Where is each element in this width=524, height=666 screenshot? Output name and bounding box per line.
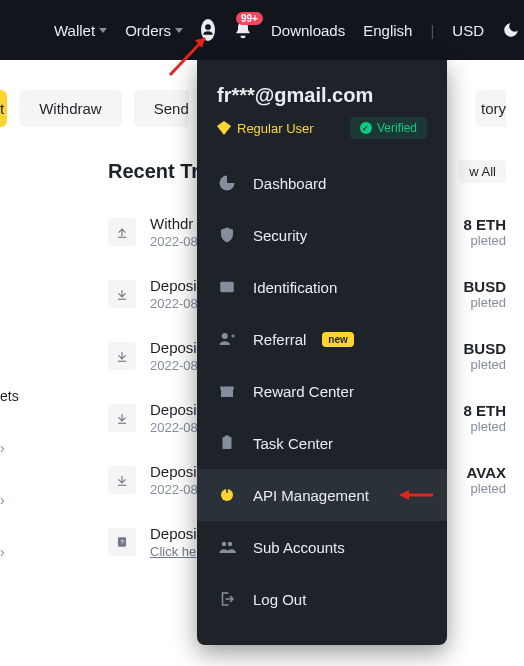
svg-point-5 [222, 333, 228, 339]
verified-badge: ✓ Verified [350, 117, 427, 139]
logout-icon [217, 589, 237, 609]
orders-label: Orders [125, 22, 171, 39]
tx-amount: 8 ETH [463, 402, 506, 419]
tx-amount: 8 ETH [463, 216, 506, 233]
menu-security[interactable]: Security [197, 209, 447, 261]
account-email: fr***@gmail.com [217, 84, 427, 107]
chevron-down-icon [175, 28, 183, 33]
menu-reward-center[interactable]: Reward Center [197, 365, 447, 417]
theme-toggle[interactable] [502, 21, 520, 39]
history-chip[interactable]: tory [475, 90, 506, 127]
deposit-icon [108, 342, 136, 370]
check-circle-icon: ✓ [360, 122, 372, 134]
deposit-icon [108, 466, 136, 494]
id-card-icon [217, 277, 237, 297]
menu-identification[interactable]: Identification [197, 261, 447, 313]
deposit-icon [108, 280, 136, 308]
svg-rect-4 [220, 282, 234, 293]
divider: | [430, 22, 434, 39]
svg-rect-8 [223, 437, 232, 449]
api-icon [217, 485, 237, 505]
new-badge: new [322, 332, 353, 347]
tx-status: pleted [467, 481, 506, 496]
tx-status: pleted [463, 233, 506, 248]
tx-status: pleted [463, 419, 506, 434]
notifications-button[interactable]: 99+ [233, 20, 253, 40]
user-tier[interactable]: Regular User [217, 121, 314, 136]
svg-rect-9 [225, 436, 230, 439]
notification-badge: 99+ [236, 12, 263, 25]
question-icon: ? [108, 528, 136, 556]
user-icon [201, 23, 215, 37]
top-nav: Wallet Orders 99+ Downloads English | US… [0, 0, 524, 60]
tx-status: pleted [463, 295, 506, 310]
menu-logout[interactable]: Log Out [197, 573, 447, 625]
svg-point-14 [222, 542, 227, 547]
menu-referral[interactable]: Referral new [197, 313, 447, 365]
withdraw-icon [108, 218, 136, 246]
tx-status: pleted [463, 357, 506, 372]
svg-point-15 [228, 542, 233, 547]
chevron-down-icon [99, 28, 107, 33]
shield-icon [217, 225, 237, 245]
tx-amount: BUSD [463, 278, 506, 295]
send-chip[interactable]: Send [134, 90, 189, 127]
deposit-icon [108, 404, 136, 432]
deposit-chip[interactable]: t [0, 90, 7, 127]
currency-link[interactable]: USD [452, 22, 484, 39]
add-user-icon [217, 329, 237, 349]
clipboard-icon [217, 433, 237, 453]
orders-menu[interactable]: Orders [125, 22, 183, 39]
downloads-link[interactable]: Downloads [271, 22, 345, 39]
menu-api-management[interactable]: API Management [197, 469, 447, 521]
tx-amount: AVAX [467, 464, 506, 481]
menu-dashboard[interactable]: Dashboard [197, 157, 447, 209]
profile-avatar-icon[interactable] [201, 19, 215, 41]
menu-task-center[interactable]: Task Center [197, 417, 447, 469]
moon-icon [502, 21, 520, 39]
language-link[interactable]: English [363, 22, 412, 39]
wallet-menu[interactable]: Wallet [54, 22, 107, 39]
menu-sub-accounts[interactable]: Sub Accounts [197, 521, 447, 573]
tx-amount: BUSD [463, 340, 506, 357]
annotation-arrow-icon [399, 488, 433, 502]
view-all-button[interactable]: w All [459, 160, 506, 183]
wallet-label: Wallet [54, 22, 95, 39]
svg-rect-7 [220, 387, 234, 390]
dashboard-icon [217, 173, 237, 193]
users-icon [217, 537, 237, 557]
svg-rect-11 [226, 489, 228, 493]
gift-icon [217, 381, 237, 401]
withdraw-chip[interactable]: Withdraw [19, 90, 122, 127]
diamond-icon [217, 121, 231, 135]
svg-marker-13 [399, 490, 409, 500]
profile-dropdown: fr***@gmail.com Regular User ✓ Verified … [197, 60, 447, 645]
